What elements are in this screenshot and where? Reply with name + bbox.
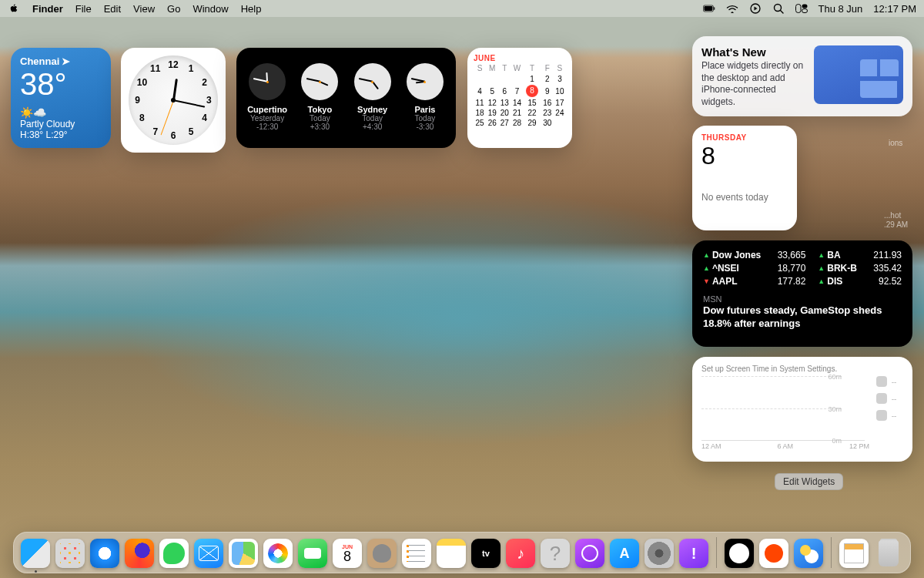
svg-rect-7 bbox=[802, 5, 807, 8]
weather-hilo: H:38° L:29° bbox=[20, 129, 102, 140]
whats-new-widget[interactable]: What's New Place widgets directly on the… bbox=[692, 36, 912, 116]
y-label: 30m bbox=[828, 405, 842, 413]
stocks-grid: ▲Dow Jones33,665▲BA211.93▲^NSEI18,770▲BR… bbox=[703, 250, 902, 287]
menubar-date[interactable]: Thu 8 Jun bbox=[819, 3, 863, 15]
world-clock-cupertino: Cupertino Yesterday -12:30 bbox=[243, 63, 292, 131]
menu-file[interactable]: File bbox=[75, 3, 92, 15]
screentime-chart: 60m 30m 0m bbox=[701, 376, 865, 441]
battery-icon[interactable] bbox=[703, 2, 715, 15]
dock-firefox[interactable] bbox=[125, 539, 154, 568]
city-label: Paris bbox=[414, 105, 435, 114]
offset-label: +3:30 bbox=[310, 123, 330, 131]
menu-help[interactable]: Help bbox=[241, 3, 262, 15]
dock-launchpad[interactable] bbox=[55, 539, 85, 568]
cursor-icon: ↖ bbox=[863, 64, 871, 75]
svg-rect-6 bbox=[795, 5, 801, 13]
calendar-month-label: JUNE bbox=[474, 54, 566, 62]
clock-widget[interactable]: 12 1 2 3 4 5 6 7 8 9 10 11 bbox=[121, 48, 226, 153]
dock-tv[interactable]: tv bbox=[471, 539, 500, 568]
dock-maps[interactable] bbox=[229, 539, 258, 568]
dock-contacts[interactable] bbox=[367, 539, 397, 568]
city-label: Cupertino bbox=[247, 105, 287, 114]
dock-reddit[interactable] bbox=[759, 539, 788, 568]
x-label: 12 PM bbox=[849, 442, 869, 450]
desktop-item-label[interactable]: ions bbox=[889, 139, 902, 147]
calendar-day-dow: THURSDAY bbox=[701, 133, 788, 142]
weather-location: Chennai bbox=[20, 55, 59, 67]
day-label: Today bbox=[362, 114, 383, 123]
apple-logo-icon[interactable] bbox=[8, 2, 20, 15]
wifi-icon[interactable] bbox=[726, 2, 738, 15]
world-clock-sydney: Sydney Today +4:30 bbox=[348, 63, 397, 131]
svg-rect-1 bbox=[704, 6, 712, 11]
svg-line-5 bbox=[780, 11, 783, 14]
x-label: 12 AM bbox=[701, 442, 721, 450]
dock-separator bbox=[831, 537, 832, 568]
offset-label: -3:30 bbox=[416, 123, 434, 131]
x-label: 6 AM bbox=[777, 442, 793, 450]
city-label: Tokyo bbox=[308, 105, 333, 114]
dock-finder[interactable] bbox=[21, 539, 50, 568]
edit-widgets-button[interactable]: Edit Widgets bbox=[775, 473, 843, 490]
dock-downloads[interactable] bbox=[839, 539, 869, 568]
menu-go[interactable]: Go bbox=[167, 3, 180, 15]
menu-window[interactable]: Window bbox=[192, 3, 228, 15]
control-center-icon[interactable] bbox=[795, 2, 808, 15]
dock-safari[interactable] bbox=[90, 539, 119, 568]
menu-view[interactable]: View bbox=[133, 3, 155, 15]
whats-new-description: Place widgets directly on the desktop an… bbox=[701, 60, 806, 108]
location-arrow-icon: ➤ bbox=[62, 55, 70, 67]
y-label: 0m bbox=[832, 437, 842, 445]
y-label: 60m bbox=[828, 373, 842, 381]
dock-trash[interactable] bbox=[874, 539, 903, 568]
dock-notes[interactable] bbox=[437, 539, 466, 568]
spotlight-search-icon[interactable] bbox=[772, 2, 785, 15]
day-label: Yesterday bbox=[250, 114, 284, 123]
dock-facetime[interactable] bbox=[298, 539, 327, 568]
stocks-source: MSN bbox=[703, 294, 902, 304]
weather-condition: Partly Cloudy bbox=[20, 119, 102, 129]
calendar-day-widget[interactable]: THURSDAY 8 No events today bbox=[692, 126, 797, 230]
stocks-headline: Dow futures steady, GameStop sheds 18.8%… bbox=[703, 304, 902, 331]
calendar-month-widget[interactable]: JUNE SMTWTFS 123456789101112131415161718… bbox=[467, 48, 572, 148]
active-app-name[interactable]: Finder bbox=[32, 3, 63, 15]
dock-separator bbox=[716, 537, 717, 568]
dock-music[interactable]: ♪ bbox=[506, 539, 535, 568]
dock-clock-app[interactable] bbox=[725, 539, 754, 568]
stocks-widget[interactable]: ▲Dow Jones33,665▲BA211.93▲^NSEI18,770▲BR… bbox=[692, 240, 912, 347]
dock-system-settings[interactable] bbox=[644, 539, 674, 568]
dock-help[interactable]: ? bbox=[541, 539, 570, 568]
now-playing-icon[interactable] bbox=[749, 2, 762, 15]
dock-messages[interactable] bbox=[159, 539, 189, 568]
calendar-day-number: 8 bbox=[701, 142, 788, 170]
city-label: Sydney bbox=[357, 105, 387, 114]
calendar-grid: SMTWTFS 12345678910111213141516171819202… bbox=[474, 62, 566, 128]
dock-mail[interactable] bbox=[194, 539, 223, 568]
desktop-item-label[interactable]: ...hot bbox=[884, 211, 901, 220]
menubar-time[interactable]: 12:17 PM bbox=[873, 3, 916, 15]
dock-calendar[interactable]: JUN8 bbox=[333, 539, 362, 568]
day-label: Today bbox=[415, 114, 436, 123]
screentime-widget[interactable]: Set up Screen Time in System Settings. 6… bbox=[692, 357, 912, 462]
world-clock-paris: Paris Today -3:30 bbox=[400, 63, 450, 131]
calendar-no-events: No events today bbox=[701, 192, 788, 203]
weather-temperature: 38° bbox=[20, 69, 102, 99]
weather-condition-icon: ☀️☁️ bbox=[20, 106, 102, 119]
screentime-note: Set up Screen Time in System Settings. bbox=[701, 365, 903, 373]
whats-new-illustration: ↖ bbox=[814, 45, 903, 104]
desktop-item-label[interactable]: .29 AM bbox=[884, 220, 908, 229]
world-clock-widget[interactable]: Cupertino Yesterday -12:30 Tokyo Today +… bbox=[236, 48, 456, 148]
weather-widget[interactable]: Chennai➤ 38° ☀️☁️ Partly Cloudy H:38° L:… bbox=[11, 48, 111, 148]
dock-weather-app[interactable] bbox=[794, 539, 823, 568]
dock-appstore[interactable] bbox=[610, 539, 639, 568]
dock-reminders[interactable] bbox=[402, 539, 431, 568]
offset-label: -12:30 bbox=[256, 123, 278, 131]
menu-edit[interactable]: Edit bbox=[104, 3, 121, 15]
dock-feedback[interactable]: ! bbox=[679, 539, 708, 568]
dock-podcasts[interactable] bbox=[575, 539, 604, 568]
whats-new-title: What's New bbox=[701, 45, 806, 59]
dock-photos[interactable] bbox=[263, 539, 293, 568]
clock-face: 12 1 2 3 4 5 6 7 8 9 10 11 bbox=[129, 55, 218, 145]
dock: JUN8 tv ♪ ? ! bbox=[13, 532, 911, 573]
svg-rect-2 bbox=[714, 7, 715, 10]
